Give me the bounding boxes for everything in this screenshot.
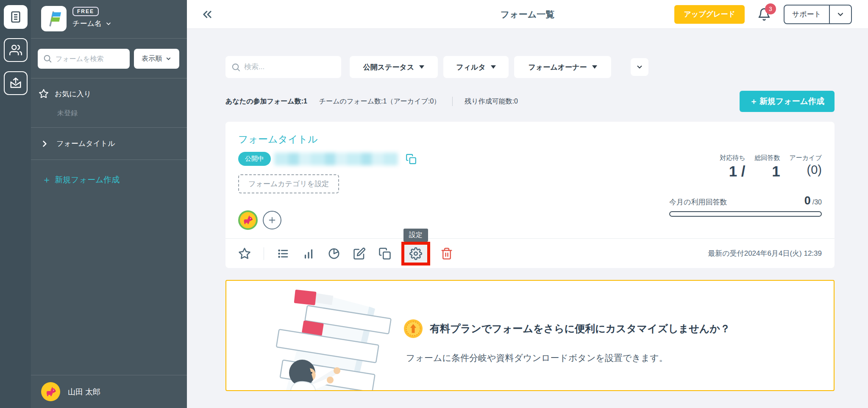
icon-rail [0,0,31,408]
search-icon [231,62,241,74]
caret-down-icon [592,65,597,69]
team-header: FREE チーム名 [31,0,187,39]
plus-icon [267,215,277,225]
status-filter-label: 公開ステータス [363,62,415,72]
chevron-down-icon [105,20,112,27]
settings-tooltip: 設定 [403,229,428,242]
chevron-right-icon [40,140,49,148]
form-title-link[interactable]: フォームタイトル [238,133,644,146]
support-label: サポート [785,6,830,23]
team-switcher[interactable]: チーム名 [72,19,112,28]
team-name-label: チーム名 [72,19,102,28]
participating-count-label: あなたの参加フォーム数:1 [225,97,307,106]
collapse-sidebar-icon[interactable] [201,8,213,20]
upgrade-illustration [262,285,411,391]
monthly-used-value: 0 [804,194,811,207]
copy-url-icon[interactable] [406,154,417,165]
delete-trash-icon[interactable] [440,247,453,260]
latest-response-label: 最新の受付2024年6月4日(火) 12:39 [708,249,822,258]
team-count-label: チームのフォーム数:1（アーカイブ:0） [319,97,440,106]
current-user[interactable]: 山田 太郎 [31,375,187,408]
edit-icon[interactable] [353,247,366,260]
status-badge: 公開中 [238,152,271,166]
add-member-button[interactable] [263,211,281,229]
chevron-down-icon [165,56,172,62]
pie-chart-icon[interactable] [328,247,340,260]
archive-label: アーカイブ [790,154,822,162]
plus-icon: ＋ [42,173,51,186]
upgrade-banner[interactable]: 有料プランでフォームをさらに便利にカスタマイズしませんか？ フォームに条件分岐や… [225,280,835,391]
divider [264,247,264,260]
waiting-value: 1 / [720,163,745,180]
stats-row: あなたの参加フォーム数:1 チームのフォーム数:1（アーカイブ:0） 残り作成可… [225,91,835,112]
form-url-blurred[interactable] [274,153,398,165]
caret-down-icon [419,65,424,69]
usage-progress-bar [669,211,822,217]
forms-search-input[interactable] [225,56,341,78]
search-icon [43,54,52,65]
sidebar-form-label: フォームタイトル [56,139,115,148]
status-filter-dropdown[interactable]: 公開ステータス [350,56,438,78]
inbox-export-icon[interactable] [4,71,28,95]
new-form-button-label: 新規フォーム作成 [760,96,824,107]
main-area: フォーム一覧 アップグレード 3 サポート [187,0,868,408]
plan-badge: FREE [72,7,99,16]
app-window: FREE チーム名 表示順 お気に入り 未登録 [0,0,868,408]
filter-label: フィルタ [456,62,486,72]
archive-value: (0) [790,163,822,177]
card-metrics: 対応待ち 1 / 総回答数 1 アーカイブ (0) [720,154,822,180]
remaining-count-label: 残り作成可能数:0 [465,97,518,106]
chevron-down-icon [636,63,643,71]
notifications-bell-icon[interactable]: 3 [757,8,771,21]
user-name-label: 山田 太郎 [68,387,100,397]
sidebar-search-row: 表示順 [31,39,187,78]
settings-gear-icon[interactable] [409,247,422,260]
responses-list-icon[interactable] [277,247,289,260]
member-avatar[interactable] [238,210,258,230]
coin-up-icon [403,319,423,338]
settings-highlight-box: 設定 [401,242,430,265]
chevron-down-icon[interactable] [830,6,851,23]
favorite-star-icon[interactable] [238,247,251,260]
sort-order-label: 表示順 [142,54,162,63]
total-answers-label: 総回答数 [755,154,780,162]
topbar: フォーム一覧 アップグレード 3 サポート [187,0,868,29]
card-action-bar: 設定 最新の受付2024年6月4日(火) 12:39 [225,238,835,268]
sidebar-new-form-button[interactable]: ＋ 新規フォーム作成 [31,160,187,191]
duplicate-icon[interactable] [378,247,391,260]
sidebar-new-form-label: 新規フォーム作成 [55,174,120,185]
monthly-limit-value: /30 [812,198,822,206]
members-icon[interactable] [4,38,28,62]
sidebar: FREE チーム名 表示順 お気に入り 未登録 [31,0,187,408]
star-icon [39,89,49,99]
notification-count-badge: 3 [765,3,776,14]
user-avatar [41,382,60,401]
form-card: フォームタイトル 公開中 フォームカテゴリを設定 [225,122,835,268]
set-category-button[interactable]: フォームカテゴリを設定 [238,174,339,193]
monthly-usage: 今月の利用回答数 0 /30 [669,194,822,217]
plus-icon: ＋ [750,96,758,107]
favorites-empty-label: 未登録 [31,101,187,128]
formrun-logo-icon[interactable] [41,6,67,31]
owner-filter-dropdown[interactable]: フォームオーナー [514,56,611,78]
total-answers-value: 1 [755,163,780,180]
support-button[interactable]: サポート [784,5,852,24]
favorites-label: お気に入り [55,89,91,99]
sidebar-item-form-title[interactable]: フォームタイトル [31,128,187,160]
forms-icon[interactable] [4,5,28,29]
new-form-button[interactable]: ＋ 新規フォーム作成 [740,91,835,112]
more-filters-button[interactable] [631,58,648,76]
banner-heading: 有料プランでフォームをさらに便利にカスタマイズしませんか？ [430,322,730,335]
sidebar-item-favorites[interactable]: お気に入り [31,78,187,101]
divider [452,97,453,106]
sort-order-button[interactable]: 表示順 [134,49,179,69]
banner-body: フォームに条件分岐や資料ダウンロードボタンを設置できます。 [406,352,730,364]
filter-dropdown[interactable]: フィルタ [443,56,509,78]
content-area: 公開ステータス フィルタ フォームオーナー あなたの参加フォーム数:1 チームの… [187,29,868,408]
page-title: フォーム一覧 [501,8,554,20]
upgrade-button[interactable]: アップグレード [674,5,744,24]
monthly-usage-label: 今月の利用回答数 [669,197,727,207]
caret-down-icon [491,65,496,69]
filter-row: 公開ステータス フィルタ フォームオーナー [225,56,835,78]
bar-chart-icon[interactable] [302,247,315,260]
